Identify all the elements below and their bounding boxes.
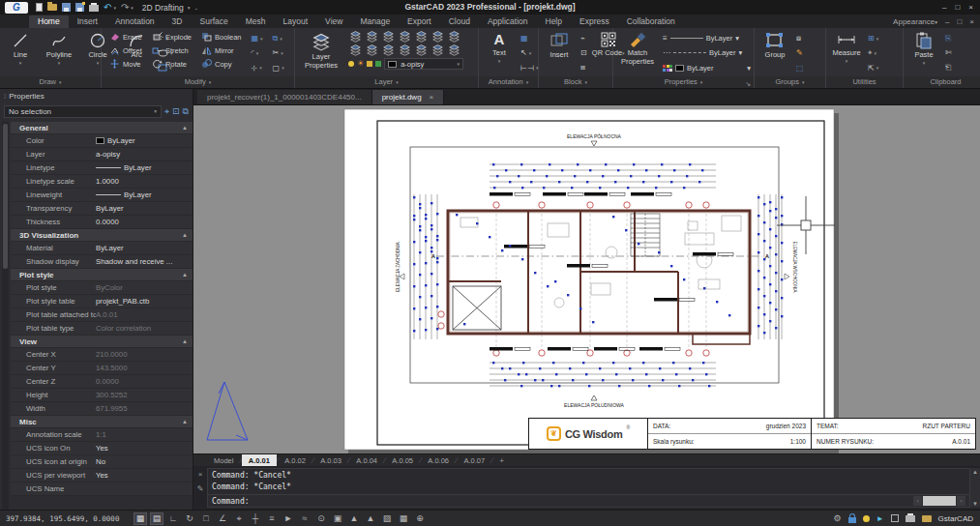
ribbon-tab-insert[interactable]: Insert — [69, 15, 106, 28]
palette-scrollbar[interactable] — [2, 122, 9, 510]
array-icon[interactable]: ▦ — [252, 34, 259, 43]
property-row[interactable]: Annotation scale1:1 — [11, 428, 193, 442]
quick-select-icon[interactable]: ⇱ — [868, 64, 875, 73]
layout-tab-a.0.06[interactable]: A.0.06 — [421, 454, 456, 467]
redo-icon[interactable]: ↷ — [121, 3, 129, 13]
ribbon-tab-surface[interactable]: Surface — [191, 15, 236, 28]
free-orbit-toggle-icon[interactable]: ≈ — [298, 512, 312, 525]
property-row[interactable]: Shadow displayShadow and receive ... — [11, 255, 193, 269]
property-row[interactable]: UCS Name — [11, 482, 193, 496]
doc-close-button[interactable]: × — [969, 17, 974, 26]
layer-combo[interactable]: a-opisy▾ — [384, 58, 463, 70]
group-select-icon[interactable]: ⬚ — [796, 64, 804, 73]
palette-grip-icon[interactable]: ⁞ — [4, 92, 5, 101]
section-header-plot-style[interactable]: Plot style▲ — [11, 269, 193, 281]
rotate-button[interactable]: Rotate — [152, 57, 192, 71]
property-row[interactable]: Center Y143.5000 — [11, 362, 193, 375]
drawing-canvas[interactable]: ELEWACJA PÓŁNOCNA A A — [193, 105, 980, 453]
layer-tool-icon[interactable] — [348, 44, 363, 56]
lineweight-select[interactable]: ≡ByLayer▾ — [663, 32, 751, 45]
zoom-toggle-icon[interactable]: ⊙ — [314, 512, 328, 525]
block-edit-icon[interactable]: ⊡ — [580, 48, 587, 57]
add-layout-tab[interactable]: + — [492, 454, 510, 467]
layer-tool-icon[interactable] — [414, 30, 429, 43]
ribbon-tab-layout[interactable]: Layout — [275, 15, 317, 28]
layer-panel-title[interactable]: Layer▾ — [295, 76, 478, 88]
line-button[interactable]: Line▾ — [3, 30, 38, 76]
layer-tool-icon[interactable] — [365, 30, 379, 43]
full-screen-icon[interactable] — [891, 514, 899, 522]
layer-on-icon[interactable] — [348, 61, 354, 67]
ribbon-tab-collaboration[interactable]: Collaboration — [618, 15, 684, 28]
property-row[interactable]: Plot table attached toA.0.01 — [11, 308, 193, 322]
plot-icon[interactable] — [906, 515, 915, 522]
polyline-button[interactable]: Polyline▾ — [42, 30, 76, 76]
group-edit-icon[interactable]: ✎ — [796, 48, 803, 57]
ribbon-tab-help[interactable]: Help — [537, 15, 571, 28]
ribbon-tab-application[interactable]: Application — [479, 15, 537, 28]
ribbon-tab-manage[interactable]: Manage — [351, 15, 399, 28]
settings-gear-icon[interactable]: ⚙ — [834, 513, 842, 523]
new-file-icon[interactable] — [36, 3, 43, 12]
layout-tab-a.0.02[interactable]: A.0.02 — [278, 454, 312, 467]
stretch-button[interactable]: Stretch — [152, 44, 192, 57]
workspace-switcher[interactable]: 2D Drafting ▾ ⌄ — [142, 3, 198, 13]
angle-snap-toggle-icon[interactable]: ∠ — [216, 512, 229, 525]
property-row[interactable]: UCS per viewportYes — [11, 469, 193, 482]
utilities-panel-title[interactable]: Utilities — [826, 76, 903, 88]
annotation-monitor-toggle-icon[interactable]: ▲ — [347, 512, 361, 525]
doc-restore-button[interactable]: □ — [957, 17, 962, 26]
insert-button[interactable]: Insert — [542, 30, 577, 76]
fillet-icon[interactable]: ◜ — [252, 48, 254, 57]
appearance-menu[interactable]: Appearance▾ — [893, 17, 937, 26]
ribbon-tab-export[interactable]: Export — [399, 15, 440, 28]
close-button[interactable]: × — [968, 3, 973, 12]
open-status-icon[interactable] — [922, 515, 932, 522]
layer-plot-icon[interactable] — [375, 61, 381, 67]
erase-button[interactable]: Erase — [109, 30, 142, 44]
dynamic-input-toggle-icon[interactable]: □ — [199, 512, 213, 525]
save-icon[interactable] — [62, 3, 71, 12]
undo-dropdown-icon[interactable]: ▾ — [113, 5, 116, 11]
select-objects-icon[interactable]: ⊡ — [172, 106, 180, 116]
layer-lock-icon[interactable] — [367, 61, 372, 67]
ui-lock-icon[interactable] — [848, 517, 856, 523]
ribbon-tab-mesh[interactable]: Mesh — [237, 15, 275, 28]
match-properties-button[interactable]: Match Properties — [616, 30, 659, 76]
toggle-pickadd-icon[interactable]: ⌖ — [164, 106, 169, 116]
paste-special-icon[interactable]: ⎗ — [945, 63, 951, 73]
clipboard-panel-title[interactable]: Clipboard — [904, 76, 980, 88]
block-panel-title[interactable]: Block▾ — [539, 76, 612, 88]
layer-tool-icon[interactable] — [447, 30, 461, 43]
property-row[interactable]: Center X210.0000 — [11, 348, 193, 362]
document-tab[interactable]: projekt_recover(1)_1_000001403CDE4450... — [197, 90, 372, 104]
dimension-icon[interactable]: ⊢⊣ — [520, 64, 534, 73]
layout-tab-a.0.05[interactable]: A.0.05 — [385, 454, 420, 467]
trim-icon[interactable]: ✂ — [273, 48, 280, 57]
maximize-button[interactable]: □ — [955, 3, 960, 12]
ribbon-tab-express[interactable]: Express — [571, 15, 618, 28]
ungroup-icon[interactable]: ⧇ — [796, 34, 801, 44]
table-toggle-icon[interactable]: ▦ — [397, 512, 410, 525]
leader-icon[interactable]: ↖ — [520, 48, 527, 57]
layer-tool-icon[interactable] — [348, 30, 363, 43]
layout-tab-a.0.03[interactable]: A.0.03 — [313, 454, 348, 467]
move-button[interactable]: Move — [109, 57, 142, 71]
property-row[interactable]: Width671.9955 — [11, 402, 193, 416]
layer-tool-icon[interactable] — [431, 30, 445, 43]
property-row[interactable]: Thickness0.0000 — [11, 216, 193, 229]
attdef-icon[interactable]: ⌁ — [580, 34, 585, 43]
clean-screen-toggle-icon[interactable]: ⊕ — [413, 512, 427, 525]
align-icon[interactable]: ⧉ — [273, 34, 279, 44]
layout-tab-a.0.01[interactable]: A.0.01 — [242, 454, 277, 467]
property-row[interactable]: Layera-opisy — [11, 148, 193, 161]
modify-panel-title[interactable]: Modify▾ — [102, 76, 294, 88]
property-row[interactable]: Plot style tableprojekt_PAB.ctb — [11, 295, 193, 308]
explode-button[interactable]: Explode — [152, 30, 192, 44]
layer-tool-icon[interactable] — [431, 44, 445, 56]
offset-button[interactable]: Offset — [109, 44, 142, 57]
break-icon[interactable]: ⊹ — [252, 64, 258, 73]
block-attach-icon[interactable]: ⧈ — [580, 63, 585, 73]
table-icon[interactable]: ▦ — [520, 34, 528, 43]
layout-tab-model[interactable]: Model — [207, 454, 240, 467]
